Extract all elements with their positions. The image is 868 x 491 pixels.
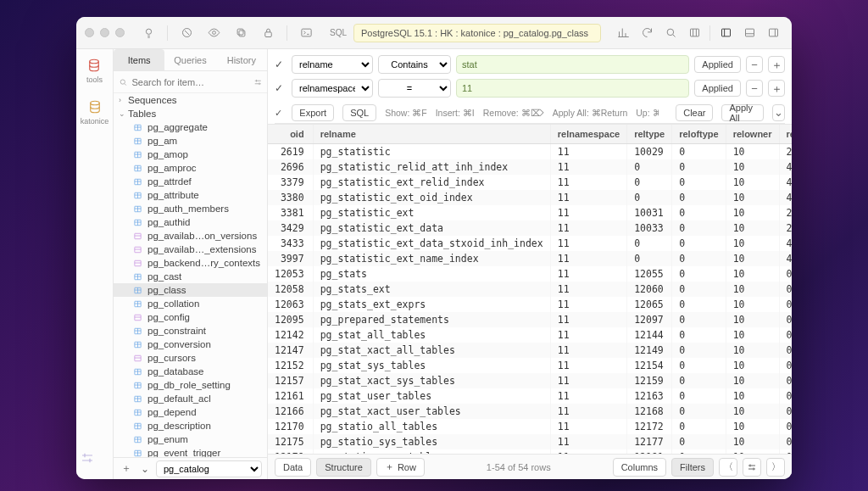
cell[interactable]: 12065 xyxy=(627,297,672,312)
cell[interactable]: 10 xyxy=(726,373,779,388)
cell[interactable]: pg_prepared_statements xyxy=(313,312,550,327)
cell[interactable]: 11 xyxy=(550,404,626,419)
cell[interactable]: pg_stat_xact_all_tables xyxy=(313,343,550,358)
remove-filter-button[interactable]: − xyxy=(746,80,763,97)
minimize-dot[interactable] xyxy=(100,28,109,37)
panel-right-icon[interactable] xyxy=(763,24,783,42)
cell[interactable]: 11 xyxy=(550,282,626,297)
cell[interactable]: 0 xyxy=(672,419,726,434)
cell[interactable]: 12159 xyxy=(627,373,672,388)
table-row[interactable]: 12053pg_stats1112055010000 xyxy=(268,266,792,282)
add-filter-button[interactable]: ＋ xyxy=(768,80,785,97)
zoom-dot[interactable] xyxy=(115,28,125,37)
table-row[interactable]: 3379pg_statistic_ext_relid_index11001040… xyxy=(268,175,792,190)
chart-icon[interactable] xyxy=(613,24,633,42)
cell[interactable]: 3997 xyxy=(268,251,313,266)
cell[interactable]: 0 xyxy=(672,297,726,312)
tree-item[interactable]: pg_event_trigger xyxy=(114,446,267,457)
cell[interactable]: pg_statistic_ext_oid_index xyxy=(313,190,550,205)
cell[interactable]: 10 xyxy=(726,312,779,327)
cell[interactable]: pg_stat_all_tables xyxy=(313,327,550,343)
table-row[interactable]: 12166pg_stat_xact_user_tables11121680100… xyxy=(268,404,792,419)
cell[interactable]: pg_statistic_ext_relid_index xyxy=(313,175,550,190)
cell[interactable]: 12058 xyxy=(268,282,313,297)
cell[interactable]: 403 xyxy=(779,251,792,266)
tree-item[interactable]: pg_amproc xyxy=(114,161,267,175)
cell[interactable]: 10 xyxy=(726,266,779,282)
tree-item[interactable]: pg_am xyxy=(114,134,267,148)
cell[interactable]: 10 xyxy=(726,434,779,449)
filter-enabled-check[interactable]: ✓ xyxy=(275,82,287,94)
external-sliders-icon[interactable] xyxy=(80,450,97,467)
cell[interactable]: 403 xyxy=(779,190,792,205)
table-row[interactable]: 12175pg_statio_sys_tables1112177010000 xyxy=(268,434,792,449)
cell[interactable]: 0 xyxy=(627,251,672,266)
cell[interactable]: 10 xyxy=(726,343,779,358)
cell[interactable]: pg_stats_ext xyxy=(313,282,550,297)
panel-bottom-icon[interactable] xyxy=(739,24,760,42)
cell[interactable]: 12053 xyxy=(268,266,313,282)
tree-item[interactable]: pg_constraint xyxy=(114,324,267,338)
tree-item[interactable]: pg_authid xyxy=(114,215,267,229)
tree-item[interactable]: pg_class xyxy=(114,283,267,297)
cell[interactable]: 10 xyxy=(726,236,779,251)
cell[interactable]: 0 xyxy=(779,312,792,327)
cell[interactable]: 2696 xyxy=(268,159,313,175)
data-grid-scroll[interactable]: oidrelnamerelnamespacereltypereloftypere… xyxy=(268,125,792,454)
table-row[interactable]: 2619pg_statistic1110029010226190 xyxy=(268,143,792,159)
bulb-icon[interactable] xyxy=(138,24,159,42)
panel-left-icon[interactable] xyxy=(715,24,736,42)
cell[interactable]: 0 xyxy=(779,297,792,312)
add-button[interactable]: ＋ xyxy=(119,461,134,477)
tree-item[interactable]: pg_backend…ry_contexts xyxy=(114,256,267,270)
filters-button[interactable]: Filters xyxy=(671,458,714,477)
tree-item[interactable]: pg_aggregate xyxy=(114,120,267,134)
tab-data[interactable]: Data xyxy=(275,458,311,477)
table-row[interactable]: 3433pg_statistic_ext_data_stxoid_inh_ind… xyxy=(268,236,792,251)
filter-op-select[interactable]: Contains xyxy=(378,55,451,74)
clear-button[interactable]: Clear xyxy=(676,104,713,121)
tree-item[interactable]: pg_attribute xyxy=(114,188,267,202)
tab-items[interactable]: Items xyxy=(114,49,164,70)
cell[interactable]: 10 xyxy=(726,251,779,266)
cell[interactable]: 0 xyxy=(672,220,726,236)
tree-item[interactable]: pg_db_role_setting xyxy=(114,378,267,392)
tree-item[interactable]: pg_availab…on_versions xyxy=(114,229,267,243)
cell[interactable]: 0 xyxy=(672,266,726,282)
terminal-icon[interactable] xyxy=(296,24,316,42)
cell[interactable]: 11 xyxy=(550,434,626,449)
tree-item[interactable]: pg_availab…_extensions xyxy=(114,243,267,256)
cell[interactable]: 11 xyxy=(550,175,626,190)
cell[interactable]: 11 xyxy=(550,297,626,312)
cell[interactable]: 2 xyxy=(779,205,792,220)
cell[interactable]: 12095 xyxy=(268,312,313,327)
cell[interactable]: pg_statistic_ext_name_index xyxy=(313,251,550,266)
tree-item[interactable]: pg_database xyxy=(114,365,267,378)
cell[interactable]: 3429 xyxy=(268,220,313,236)
cell[interactable]: 11 xyxy=(550,358,626,373)
refresh-icon[interactable] xyxy=(637,24,657,42)
cell[interactable]: 12147 xyxy=(268,343,313,358)
cell[interactable]: 0 xyxy=(672,434,726,449)
cell[interactable]: 403 xyxy=(779,175,792,190)
cell[interactable]: 0 xyxy=(672,190,726,205)
cell[interactable]: 11 xyxy=(550,388,626,404)
cell[interactable]: 12166 xyxy=(268,404,313,419)
cell[interactable]: 0 xyxy=(672,205,726,220)
cell[interactable]: 10 xyxy=(726,205,779,220)
chevron-down-icon[interactable]: ⌄ xyxy=(137,461,153,477)
rail-item-katonice[interactable]: katonice xyxy=(81,99,109,126)
cell[interactable]: 12154 xyxy=(627,358,672,373)
cell[interactable]: 10029 xyxy=(627,143,672,159)
cell[interactable]: 12161 xyxy=(268,388,313,404)
cell[interactable]: 0 xyxy=(627,236,672,251)
tab-queries[interactable]: Queries xyxy=(164,49,215,70)
lock-icon[interactable] xyxy=(258,24,278,42)
cell[interactable]: 0 xyxy=(779,419,792,434)
cell[interactable]: 12163 xyxy=(627,388,672,404)
filter-applied-badge[interactable]: Applied xyxy=(694,56,741,73)
cell[interactable]: 10 xyxy=(726,220,779,236)
filter-enabled-check[interactable]: ✓ xyxy=(275,59,287,70)
column-header[interactable]: relam xyxy=(779,125,792,143)
tree-item[interactable]: pg_auth_members xyxy=(114,202,267,215)
